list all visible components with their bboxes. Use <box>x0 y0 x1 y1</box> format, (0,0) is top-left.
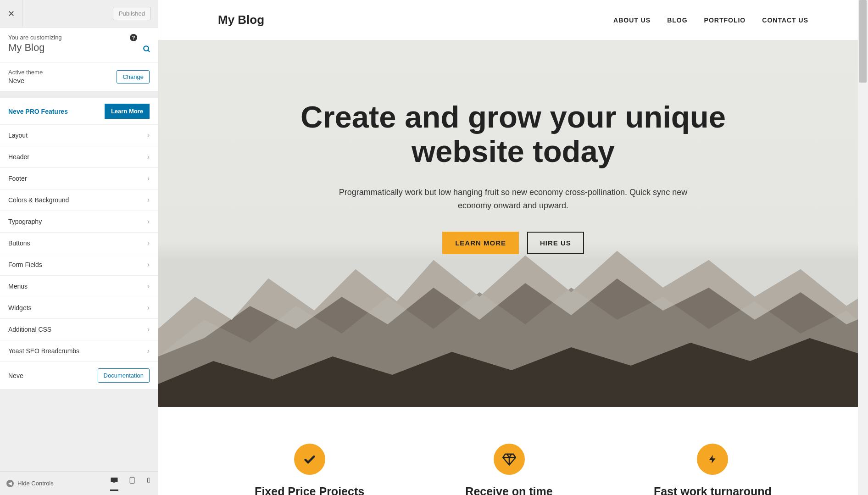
features-section: Fixed Price Projects Receive on time Fas… <box>158 407 868 495</box>
menu-item-yoast-breadcrumbs[interactable]: Yoast SEO Breadcrumbs› <box>0 340 158 362</box>
site-header: My Blog ABOUT US BLOG PORTFOLIO CONTACT … <box>158 0 868 40</box>
menu-item-footer[interactable]: Footer› <box>0 168 158 189</box>
feature-title: Fixed Price Projects <box>255 485 364 495</box>
menu-label: Buttons <box>8 239 30 247</box>
doc-theme-name: Neve <box>8 372 23 379</box>
chevron-right-icon: › <box>147 304 150 312</box>
mobile-icon[interactable] <box>146 476 151 491</box>
pro-learn-more-button[interactable]: Learn More <box>105 104 150 119</box>
published-button[interactable]: Published <box>113 7 151 20</box>
menu-item-menus[interactable]: Menus› <box>0 276 158 297</box>
hero-subtitle: Programmatically work but low hanging fr… <box>325 186 701 212</box>
feature-title: Fast work turnaround <box>654 485 772 495</box>
menu-item-widgets[interactable]: Widgets› <box>0 297 158 319</box>
chevron-right-icon: › <box>147 196 150 204</box>
pro-features-label: Neve PRO Features <box>8 108 68 115</box>
hero-hire-us-button[interactable]: HIRE US <box>527 232 584 254</box>
chevron-right-icon: › <box>147 239 150 247</box>
collapse-icon: ◀ <box>6 480 14 487</box>
active-theme-label: Active theme <box>8 69 43 76</box>
menu-item-typography[interactable]: Typography› <box>0 211 158 233</box>
check-icon <box>294 444 325 475</box>
chevron-right-icon: › <box>147 131 150 139</box>
hide-controls-label: Hide Controls <box>17 480 54 487</box>
customizing-site-name: My Blog <box>8 42 150 54</box>
menu-item-layout[interactable]: Layout› <box>0 125 158 146</box>
customizer-sidebar: ✕ Published You are customizing My Blog … <box>0 0 158 495</box>
feature-item: Receive on time <box>465 444 552 495</box>
chevron-right-icon: › <box>147 153 150 161</box>
menu-label: Form Fields <box>8 261 42 268</box>
site-title[interactable]: My Blog <box>218 13 264 27</box>
documentation-button[interactable]: Documentation <box>98 368 150 383</box>
menu-label: Typography <box>8 218 42 225</box>
nav-item-contact[interactable]: CONTACT US <box>762 17 808 24</box>
chevron-right-icon: › <box>147 174 150 183</box>
nav-item-about[interactable]: ABOUT US <box>613 17 651 24</box>
customizer-menu: Layout› Header› Footer› Colors & Backgro… <box>0 125 158 362</box>
sidebar-top-bar: ✕ Published <box>0 0 158 28</box>
sidebar-footer: ◀ Hide Controls <box>0 471 158 495</box>
bolt-icon <box>697 444 728 475</box>
menu-label: Layout <box>8 132 28 139</box>
change-theme-button[interactable]: Change <box>117 70 150 83</box>
hero-background-mountains <box>158 228 868 407</box>
desktop-icon[interactable] <box>110 476 118 491</box>
documentation-block: Neve Documentation <box>0 362 158 389</box>
chevron-right-icon: › <box>147 261 150 269</box>
tablet-icon[interactable] <box>128 476 136 491</box>
nav-item-portfolio[interactable]: PORTFOLIO <box>704 17 746 24</box>
hero-section: Create and grow your unique website toda… <box>158 40 868 407</box>
menu-item-colors[interactable]: Colors & Background› <box>0 189 158 211</box>
help-icon[interactable]: ? <box>130 34 137 41</box>
theme-name: Neve <box>8 77 43 84</box>
menu-label: Menus <box>8 283 28 290</box>
menu-label: Widgets <box>8 304 32 311</box>
feature-item: Fixed Price Projects <box>255 444 364 495</box>
device-preview-icons <box>110 476 151 491</box>
menu-label: Footer <box>8 175 27 182</box>
scrollbar-track[interactable] <box>858 0 868 495</box>
chevron-right-icon: › <box>147 217 150 226</box>
svg-rect-2 <box>111 478 118 482</box>
diamond-icon <box>494 444 525 475</box>
site-preview: My Blog ABOUT US BLOG PORTFOLIO CONTACT … <box>158 0 868 495</box>
menu-item-buttons[interactable]: Buttons› <box>0 233 158 254</box>
chevron-right-icon: › <box>147 347 150 355</box>
svg-rect-4 <box>130 477 134 483</box>
close-button[interactable]: ✕ <box>0 0 23 28</box>
customizing-label: You are customizing <box>8 34 150 41</box>
active-theme-block: Active theme Neve Change <box>0 62 158 91</box>
hide-controls-button[interactable]: ◀ Hide Controls <box>6 480 54 487</box>
menu-item-additional-css[interactable]: Additional CSS› <box>0 319 158 340</box>
menu-label: Additional CSS <box>8 326 51 333</box>
chevron-right-icon: › <box>147 282 150 290</box>
svg-line-1 <box>148 50 150 52</box>
menu-item-header[interactable]: Header› <box>0 146 158 168</box>
menu-item-form-fields[interactable]: Form Fields› <box>0 254 158 276</box>
scrollbar-thumb[interactable] <box>859 0 867 83</box>
chevron-right-icon: › <box>147 325 150 334</box>
hero-buttons: LEARN MORE HIRE US <box>442 232 584 254</box>
svg-rect-5 <box>148 478 150 483</box>
menu-label: Yoast SEO Breadcrumbs <box>8 347 79 355</box>
menu-label: Header <box>8 153 29 161</box>
search-icon[interactable] <box>143 45 151 56</box>
svg-point-0 <box>144 46 149 51</box>
customizing-block: You are customizing My Blog ? <box>0 28 158 62</box>
pro-features-block: Neve PRO Features Learn More <box>0 98 158 125</box>
feature-title: Receive on time <box>465 485 552 495</box>
feature-item: Fast work turnaround <box>654 444 772 495</box>
nav-item-blog[interactable]: BLOG <box>667 17 687 24</box>
hero-title: Create and grow your unique website toda… <box>284 100 743 168</box>
primary-nav: ABOUT US BLOG PORTFOLIO CONTACT US <box>613 17 808 24</box>
hero-learn-more-button[interactable]: LEARN MORE <box>442 232 519 254</box>
svg-rect-3 <box>113 482 116 483</box>
menu-label: Colors & Background <box>8 196 69 204</box>
